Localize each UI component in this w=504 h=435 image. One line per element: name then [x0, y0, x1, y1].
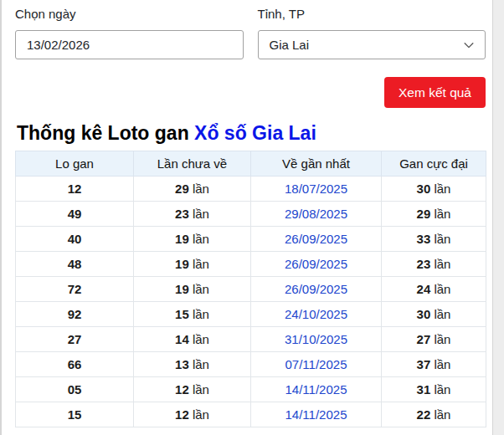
province-label: Tỉnh, TP	[258, 8, 486, 20]
table-row: 27 14 lần 31/10/2025 27 lần	[16, 327, 486, 352]
loto-number-cell: 72	[16, 277, 134, 302]
table-row: 12 29 lần 18/07/2025 30 lần	[16, 177, 486, 202]
page-title-text: Thống kê Loto gan	[17, 122, 194, 144]
last-date-link[interactable]: 26/09/2025	[285, 232, 347, 246]
date-input[interactable]	[15, 30, 244, 59]
max-gan-cell: 37 lần	[382, 352, 486, 377]
loto-number-cell: 27	[16, 327, 134, 352]
header-gan-cuc-dai: Gan cực đại	[382, 151, 486, 177]
max-gan-cell: 29 lần	[382, 202, 486, 227]
last-date-cell: 18/07/2025	[251, 177, 382, 202]
missed-count-cell: 23 lần	[134, 202, 251, 227]
page-title-link[interactable]: Xổ số Gia Lai	[194, 122, 316, 144]
loto-gan-table: Lo gan Lần chưa về Về gần nhất Gan cực đ…	[15, 151, 486, 427]
province-select[interactable]: Gia Lai	[258, 30, 486, 59]
main-content: Chọn ngày Tỉnh, TP Gia Lai Xem kết quả T…	[15, 8, 486, 427]
view-results-button[interactable]: Xem kết quả	[384, 77, 486, 108]
last-date-cell: 26/09/2025	[251, 277, 382, 302]
max-gan-cell: 27 lần	[382, 327, 486, 352]
max-gan-cell: 24 lần	[382, 277, 486, 302]
max-gan-cell: 31 lần	[382, 377, 486, 402]
last-date-link[interactable]: 07/11/2025	[285, 357, 347, 371]
last-date-cell: 31/10/2025	[251, 327, 382, 352]
last-date-link[interactable]: 26/09/2025	[285, 282, 347, 296]
table-row: 05 12 lần 14/11/2025 31 lần	[16, 377, 486, 402]
missed-count-cell: 19 lần	[134, 227, 251, 252]
missed-count-cell: 13 lần	[134, 352, 251, 377]
table-row: 92 15 lần 24/10/2025 30 lần	[16, 302, 486, 327]
last-date-link[interactable]: 18/07/2025	[285, 182, 347, 196]
missed-count-cell: 14 lần	[134, 327, 251, 352]
page-right-gutter	[492, 0, 504, 435]
last-date-cell: 24/10/2025	[251, 302, 382, 327]
province-control: Tỉnh, TP Gia Lai	[258, 8, 486, 59]
missed-count-cell: 15 lần	[134, 302, 251, 327]
table-row: 66 13 lần 07/11/2025 37 lần	[16, 352, 486, 377]
submit-row: Xem kết quả	[15, 77, 486, 108]
table-row: 15 12 lần 14/11/2025 22 lần	[16, 402, 486, 427]
last-date-link[interactable]: 24/10/2025	[285, 307, 347, 321]
last-date-cell: 29/08/2025	[251, 202, 382, 227]
province-selected-value: Gia Lai	[270, 38, 310, 52]
missed-count-cell: 19 lần	[134, 252, 251, 277]
missed-count-cell: 29 lần	[134, 177, 251, 202]
last-date-link[interactable]: 14/11/2025	[285, 382, 347, 397]
page-title: Thống kê Loto gan Xổ số Gia Lai	[17, 121, 486, 145]
last-date-cell: 26/09/2025	[251, 227, 382, 252]
last-date-link[interactable]: 29/08/2025	[285, 207, 347, 221]
loto-number-cell: 15	[16, 402, 134, 427]
table-header-row: Lo gan Lần chưa về Về gần nhất Gan cực đ…	[16, 151, 486, 177]
chevron-down-icon	[463, 39, 475, 51]
filter-controls: Chọn ngày Tỉnh, TP Gia Lai	[15, 8, 486, 59]
max-gan-cell: 33 lần	[382, 227, 486, 252]
max-gan-cell: 22 lần	[382, 402, 486, 427]
max-gan-cell: 30 lần	[382, 302, 486, 327]
header-lo-gan: Lo gan	[16, 151, 134, 177]
last-date-link[interactable]: 31/10/2025	[285, 332, 347, 346]
loto-number-cell: 48	[16, 252, 134, 277]
header-lan-chua-ve: Lần chưa về	[134, 151, 251, 177]
table-row: 48 19 lần 26/09/2025 23 lần	[16, 252, 486, 277]
loto-number-cell: 92	[16, 302, 134, 327]
date-label: Chọn ngày	[15, 8, 244, 20]
header-ve-gan-nhat: Về gần nhất	[251, 151, 382, 177]
missed-count-cell: 19 lần	[134, 277, 251, 302]
loto-number-cell: 66	[16, 352, 134, 377]
last-date-cell: 07/11/2025	[251, 352, 382, 377]
last-date-link[interactable]: 14/11/2025	[285, 407, 347, 422]
loto-number-cell: 40	[16, 227, 134, 252]
max-gan-cell: 23 lần	[382, 252, 486, 277]
last-date-cell: 14/11/2025	[251, 377, 382, 402]
missed-count-cell: 12 lần	[134, 377, 251, 402]
table-row: 49 23 lần 29/08/2025 29 lần	[16, 202, 486, 227]
loto-number-cell: 49	[16, 202, 134, 227]
date-control: Chọn ngày	[15, 8, 244, 59]
last-date-cell: 14/11/2025	[251, 402, 382, 427]
table-row: 40 19 lần 26/09/2025 33 lần	[16, 227, 486, 252]
table-row: 72 19 lần 26/09/2025 24 lần	[16, 277, 486, 302]
loto-number-cell: 05	[16, 377, 134, 402]
last-date-cell: 26/09/2025	[251, 252, 382, 277]
max-gan-cell: 30 lần	[382, 177, 486, 202]
last-date-link[interactable]: 26/09/2025	[285, 257, 347, 271]
page-left-edge	[0, 0, 2, 435]
missed-count-cell: 12 lần	[134, 402, 251, 427]
loto-number-cell: 12	[16, 177, 134, 202]
